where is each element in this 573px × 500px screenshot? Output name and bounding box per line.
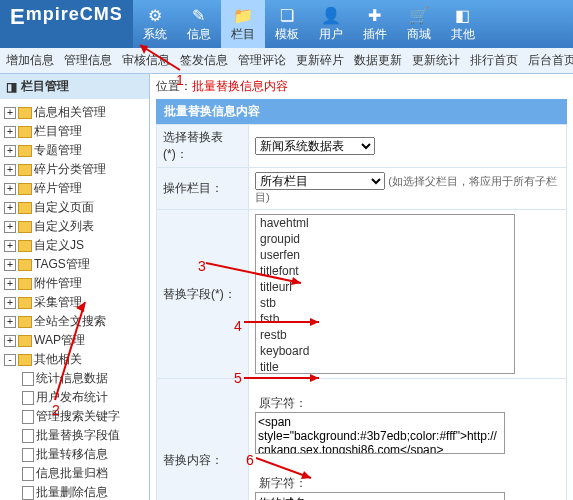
folder-icon <box>18 297 32 309</box>
folder-icon <box>18 145 32 157</box>
select-column[interactable]: 所有栏目 <box>255 172 385 190</box>
tree-信息批量归档[interactable]: 信息批量归档 <box>0 464 149 483</box>
tree-管理搜索关键字[interactable]: 管理搜索关键字 <box>0 407 149 426</box>
tree-自定义JS[interactable]: +自定义JS <box>0 236 149 255</box>
tree-批量转移信息[interactable]: 批量转移信息 <box>0 445 149 464</box>
expand-icon[interactable]: + <box>4 259 16 271</box>
label-select-table: 选择替换表(*)： <box>157 125 249 168</box>
tree-信息相关管理[interactable]: +信息相关管理 <box>0 103 149 122</box>
folder-icon <box>18 354 32 366</box>
menu-增加信息[interactable]: 增加信息 <box>6 52 54 69</box>
top-tab-插件[interactable]: ✚插件 <box>353 0 397 48</box>
expand-icon[interactable]: + <box>4 221 16 233</box>
menu-排行首页[interactable]: 排行首页 <box>470 52 518 69</box>
tree-栏目管理[interactable]: +栏目管理 <box>0 122 149 141</box>
menu-更新统计[interactable]: 更新统计 <box>412 52 460 69</box>
menu-审核信息[interactable]: 审核信息 <box>122 52 170 69</box>
expand-icon[interactable]: + <box>4 164 16 176</box>
folder-icon <box>18 259 32 271</box>
field-option-title[interactable]: title <box>256 359 514 374</box>
top-tab-模板[interactable]: ❏模板 <box>265 0 309 48</box>
field-option-havehtml[interactable]: havehtml <box>256 215 514 231</box>
top-tab-栏目[interactable]: 📁栏目 <box>221 0 265 48</box>
field-option-stb[interactable]: stb <box>256 295 514 311</box>
tab-icon: ◧ <box>451 6 475 26</box>
tree-碎片管理[interactable]: +碎片管理 <box>0 179 149 198</box>
tree-自定义页面[interactable]: +自定义页面 <box>0 198 149 217</box>
menu-管理信息[interactable]: 管理信息 <box>64 52 112 69</box>
tab-icon: ⚙ <box>143 6 167 26</box>
menu-后台首页[interactable]: 后台首页 <box>528 52 573 69</box>
expand-icon[interactable]: + <box>4 335 16 347</box>
menu-管理评论[interactable]: 管理评论 <box>238 52 286 69</box>
tree: +信息相关管理+栏目管理+专题管理+碎片分类管理+碎片管理+自定义页面+自定义列… <box>0 99 149 500</box>
field-option-fstb[interactable]: fstb <box>256 311 514 327</box>
folder-icon <box>18 183 32 195</box>
field-listbox[interactable]: havehtmlgroupiduserfentitlefonttitleurls… <box>255 214 515 374</box>
folder-icon <box>18 240 32 252</box>
menu-数据更新[interactable]: 数据更新 <box>354 52 402 69</box>
folder-icon <box>18 278 32 290</box>
top-tab-系统[interactable]: ⚙系统 <box>133 0 177 48</box>
sidebar-title: ◨ 栏目管理 <box>0 74 149 99</box>
top-tab-信息[interactable]: ✎信息 <box>177 0 221 48</box>
folder-icon <box>18 335 32 347</box>
field-option-restb[interactable]: restb <box>256 327 514 343</box>
field-option-groupid[interactable]: groupid <box>256 231 514 247</box>
expand-icon[interactable]: + <box>4 297 16 309</box>
expand-icon[interactable]: + <box>4 240 16 252</box>
tab-icon: ✎ <box>187 6 211 26</box>
top-tab-商城[interactable]: 🛒商城 <box>397 0 441 48</box>
menu-更新碎片[interactable]: 更新碎片 <box>296 52 344 69</box>
expand-icon[interactable]: + <box>4 126 16 138</box>
expand-icon[interactable]: + <box>4 183 16 195</box>
top-tab-其他[interactable]: ◧其他 <box>441 0 485 48</box>
expand-icon[interactable]: + <box>4 316 16 328</box>
tree-附件管理[interactable]: +附件管理 <box>0 274 149 293</box>
select-table[interactable]: 新闻系统数据表 <box>255 137 375 155</box>
file-icon <box>22 486 34 500</box>
field-option-keyboard[interactable]: keyboard <box>256 343 514 359</box>
tree-专题管理[interactable]: +专题管理 <box>0 141 149 160</box>
tree-其他相关[interactable]: -其他相关 <box>0 350 149 369</box>
tab-icon: 🛒 <box>407 6 431 26</box>
file-icon <box>22 467 34 481</box>
tree-TAGS管理[interactable]: +TAGS管理 <box>0 255 149 274</box>
folder-icon <box>18 126 32 138</box>
label-replace-content: 替换内容： <box>157 379 249 501</box>
expand-icon[interactable]: + <box>4 202 16 214</box>
tab-icon: 📁 <box>231 6 255 26</box>
file-icon <box>22 410 34 424</box>
menu-bar: 增加信息管理信息审核信息签发信息管理评论更新碎片数据更新更新统计排行首页后台首页… <box>0 48 573 74</box>
tab-icon: ✚ <box>363 6 387 26</box>
tree-用户发布统计[interactable]: 用户发布统计 <box>0 388 149 407</box>
folder-icon <box>18 221 32 233</box>
expand-icon[interactable]: + <box>4 145 16 157</box>
field-option-titlefont[interactable]: titlefont <box>256 263 514 279</box>
tree-批量替换字段值[interactable]: 批量替换字段值 <box>0 426 149 445</box>
label-orig: 原字符： <box>255 395 307 412</box>
tree-自定义列表[interactable]: +自定义列表 <box>0 217 149 236</box>
tree-碎片分类管理[interactable]: +碎片分类管理 <box>0 160 149 179</box>
textarea-new[interactable] <box>255 492 505 500</box>
tree-采集管理[interactable]: +采集管理 <box>0 293 149 312</box>
expand-icon[interactable]: - <box>4 354 16 366</box>
expand-icon[interactable]: + <box>4 107 16 119</box>
tab-icon: 👤 <box>319 6 343 26</box>
label-new: 新字符： <box>255 475 307 492</box>
tree-批量删除信息[interactable]: 批量删除信息 <box>0 483 149 500</box>
textarea-orig[interactable]: <span style="background:#3b7edb;color:#f… <box>255 412 505 454</box>
field-option-titleurl[interactable]: titleurl <box>256 279 514 295</box>
menu-签发信息[interactable]: 签发信息 <box>180 52 228 69</box>
top-tabs: ⚙系统✎信息📁栏目❏模板👤用户✚插件🛒商城◧其他 <box>133 0 485 48</box>
tab-icon: ❏ <box>275 6 299 26</box>
expand-icon[interactable]: + <box>4 278 16 290</box>
folder-icon <box>18 316 32 328</box>
field-option-userfen[interactable]: userfen <box>256 247 514 263</box>
folder-icon <box>18 107 32 119</box>
tree-全站全文搜索[interactable]: +全站全文搜索 <box>0 312 149 331</box>
tree-WAP管理[interactable]: +WAP管理 <box>0 331 149 350</box>
top-tab-用户[interactable]: 👤用户 <box>309 0 353 48</box>
tree-统计信息数据[interactable]: 统计信息数据 <box>0 369 149 388</box>
file-icon <box>22 448 34 462</box>
